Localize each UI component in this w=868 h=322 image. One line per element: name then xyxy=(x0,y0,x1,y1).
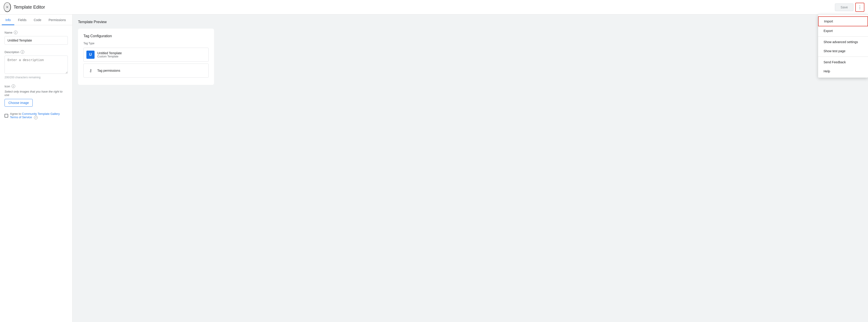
dropdown-item-help[interactable]: Help xyxy=(818,67,868,76)
name-label: Name i xyxy=(4,31,68,34)
dropdown-item-import[interactable]: Import xyxy=(818,16,868,26)
tag-info-subtitle: Custom Template xyxy=(97,55,122,58)
description-input[interactable] xyxy=(4,56,68,74)
name-help-icon[interactable]: i xyxy=(14,31,18,34)
tag-info: Untitled Template Custom Template xyxy=(97,51,122,58)
description-label: Description i xyxy=(4,50,68,54)
icon-group: Icon i Select only images that you have … xyxy=(4,84,68,107)
tab-tests[interactable]: Tests xyxy=(69,14,72,25)
tag-type-item[interactable]: U Untitled Template Custom Template xyxy=(84,48,209,62)
main-layout: Info Fields Code Permissions Tests Name … xyxy=(0,14,868,322)
tag-type-label: Tag Type xyxy=(84,42,209,45)
dropdown-item-feedback[interactable]: Send Feedback xyxy=(818,58,868,67)
name-group: Name i xyxy=(4,31,68,45)
more-icon: ⋮ xyxy=(858,5,862,10)
page-title: Template Editor xyxy=(13,4,835,10)
icon-help-icon[interactable]: i xyxy=(11,84,15,88)
tab-info[interactable]: Info xyxy=(2,14,14,25)
description-group: Description i 200/200 characters remaini… xyxy=(4,50,68,79)
icon-label: Icon i xyxy=(4,84,68,88)
char-count: 200/200 characters remaining xyxy=(4,76,68,79)
description-help-icon[interactable]: i xyxy=(21,50,24,54)
more-options-button[interactable]: ⋮ xyxy=(855,3,864,12)
header: × Template Editor Save ⋮ xyxy=(0,0,868,14)
tabs-bar: Info Fields Code Permissions Tests xyxy=(0,14,72,25)
save-button[interactable]: Save xyxy=(835,3,854,11)
left-panel: Info Fields Code Permissions Tests Name … xyxy=(0,14,72,322)
tab-permissions[interactable]: Permissions xyxy=(45,14,69,25)
right-panel: Template Preview Tag Configuration Tag T… xyxy=(72,14,868,322)
dropdown-item-test-page[interactable]: Show test page xyxy=(818,47,868,56)
dropdown-item-advanced[interactable]: Show advanced settings xyxy=(818,37,868,47)
choose-image-button[interactable]: Choose image xyxy=(4,99,33,107)
dropdown-item-export[interactable]: Export xyxy=(818,26,868,35)
agree-checkbox[interactable] xyxy=(4,114,8,118)
form-content: Name i Description i 200/200 characters … xyxy=(0,25,72,125)
dropdown-menu: Import Export Show advanced settings Sho… xyxy=(818,14,868,78)
tag-config-card: Tag Configuration Tag Type U Untitled Te… xyxy=(78,29,214,85)
tab-code[interactable]: Code xyxy=(30,14,45,25)
key-icon: ⚷ xyxy=(86,66,95,75)
tag-config-title: Tag Configuration xyxy=(84,34,209,38)
agree-row: Agree to Community Template Gallery Term… xyxy=(4,112,68,119)
terms-help-icon[interactable]: i xyxy=(34,116,38,119)
tab-fields[interactable]: Fields xyxy=(14,14,30,25)
tag-info-title: Untitled Template xyxy=(97,51,122,55)
close-button[interactable]: × xyxy=(4,2,11,12)
tag-permissions-label: Tag permissions xyxy=(97,69,120,72)
tag-permissions-item[interactable]: ⚷ Tag permissions xyxy=(84,63,209,78)
close-icon: × xyxy=(6,4,9,10)
header-actions: Save ⋮ xyxy=(835,3,864,12)
preview-title: Template Preview xyxy=(78,20,863,24)
agree-text: Agree to Community Template Gallery Term… xyxy=(10,112,68,119)
tag-icon: U xyxy=(86,51,95,59)
name-input[interactable] xyxy=(4,36,68,45)
icon-subtitle: Select only images that you have the rig… xyxy=(4,90,68,97)
